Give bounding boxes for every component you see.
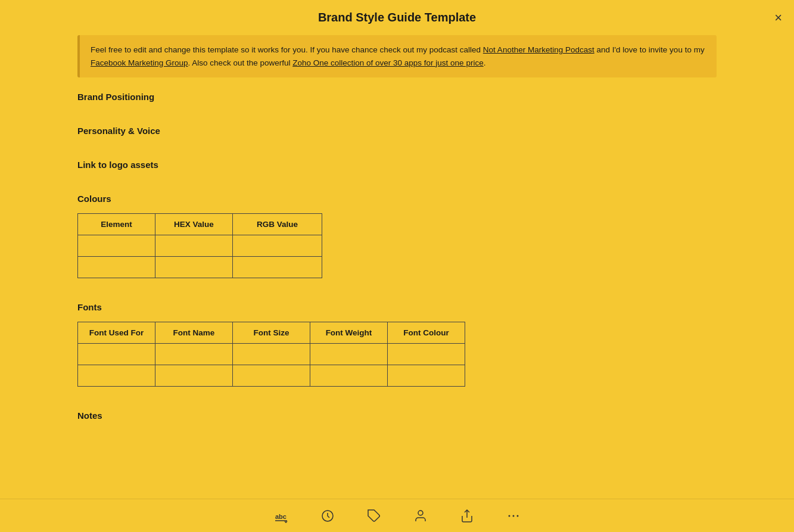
colours-cell[interactable] [233, 257, 322, 278]
share-button[interactable] [454, 506, 479, 526]
colours-header-row: Element HEX Value RGB Value [78, 214, 322, 235]
more-button[interactable] [501, 506, 526, 526]
svg-text:abc: abc [275, 513, 287, 520]
colours-cell[interactable] [78, 257, 155, 278]
zoho-link[interactable]: Zoho One collection of over 30 apps for … [292, 58, 483, 67]
bottom-toolbar: abc [0, 499, 794, 532]
table-row [78, 365, 465, 387]
fonts-col-name: Font Name [155, 322, 233, 344]
colours-cell[interactable] [78, 235, 155, 257]
colours-col-element: Element [78, 214, 155, 235]
fonts-cell[interactable] [233, 344, 310, 365]
colours-col-rgb: RGB Value [233, 214, 322, 235]
spelling-button[interactable]: abc [269, 506, 294, 526]
page-title: Brand Style Guide Template [318, 11, 476, 24]
notice-text-middle: and I'd love to invite you to my [594, 45, 705, 54]
fonts-cell[interactable] [310, 365, 388, 387]
fonts-cell[interactable] [388, 365, 465, 387]
fonts-cell[interactable] [310, 344, 388, 365]
notes-heading: Notes [77, 410, 717, 421]
colours-section: Colours Element HEX Value RGB Value [77, 194, 717, 278]
fonts-col-colour: Font Colour [388, 322, 465, 344]
logo-assets-heading: Link to logo assets [77, 160, 717, 170]
colours-table: Element HEX Value RGB Value [77, 213, 322, 278]
close-button[interactable]: × [774, 11, 782, 24]
fonts-heading: Fonts [77, 302, 717, 312]
notice-box: Feel free to edit and change this templa… [77, 35, 717, 77]
colours-cell[interactable] [155, 257, 233, 278]
brand-positioning-heading: Brand Positioning [77, 92, 717, 102]
fonts-cell[interactable] [233, 365, 310, 387]
table-row [78, 344, 465, 365]
svg-point-4 [418, 511, 423, 515]
logo-assets-section: Link to logo assets [77, 160, 717, 170]
podcast-link[interactable]: Not Another Marketing Podcast [483, 45, 594, 54]
fonts-table: Font Used For Font Name Font Size Font W… [77, 322, 465, 387]
fonts-cell[interactable] [78, 365, 155, 387]
assignee-button[interactable] [408, 506, 433, 526]
fonts-cell[interactable] [155, 344, 233, 365]
table-row [78, 257, 322, 278]
person-icon [413, 508, 428, 524]
share-icon [459, 508, 475, 524]
svg-point-8 [516, 515, 518, 517]
personality-voice-section: Personality & Voice [77, 126, 717, 136]
fonts-col-size: Font Size [233, 322, 310, 344]
fonts-col-weight: Font Weight [310, 322, 388, 344]
table-row [78, 235, 322, 257]
notes-section: Notes [77, 410, 717, 421]
fonts-cell[interactable] [388, 344, 465, 365]
abc-icon: abc [273, 508, 289, 524]
more-icon [506, 508, 521, 524]
svg-point-6 [508, 515, 510, 517]
clock-icon [320, 508, 335, 524]
notice-text-after-facebook: . Also check out the powerful [188, 58, 293, 67]
facebook-link[interactable]: Facebook Marketing Group [91, 58, 188, 67]
notice-text-before: Feel free to edit and change this templa… [91, 45, 483, 54]
colours-cell[interactable] [155, 235, 233, 257]
tag-button[interactable] [362, 506, 387, 526]
main-content: Feel free to edit and change this templa… [0, 35, 794, 498]
fonts-header-row: Font Used For Font Name Font Size Font W… [78, 322, 465, 344]
colours-heading: Colours [77, 194, 717, 204]
colours-col-hex: HEX Value [155, 214, 233, 235]
brand-positioning-section: Brand Positioning [77, 92, 717, 102]
svg-point-7 [512, 515, 514, 517]
fonts-section: Fonts Font Used For Font Name Font Size … [77, 302, 717, 387]
colours-cell[interactable] [233, 235, 322, 257]
fonts-cell[interactable] [155, 365, 233, 387]
fonts-col-used-for: Font Used For [78, 322, 155, 344]
personality-voice-heading: Personality & Voice [77, 126, 717, 136]
history-button[interactable] [315, 506, 340, 526]
header: Brand Style Guide Template × [0, 0, 794, 35]
tag-icon [366, 508, 382, 524]
notice-text-end: . [484, 58, 486, 67]
fonts-cell[interactable] [78, 344, 155, 365]
